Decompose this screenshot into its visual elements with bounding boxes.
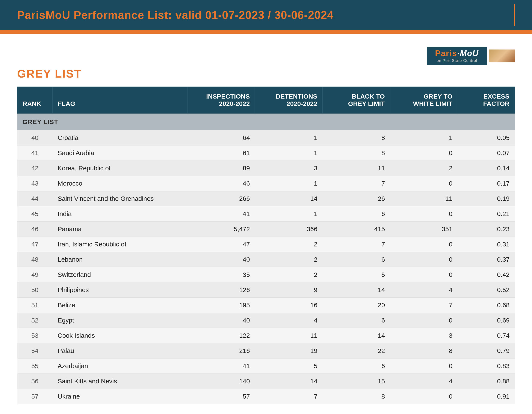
- cell-excess-factor: 0.79: [457, 343, 515, 359]
- cell-rank: 48: [17, 252, 53, 267]
- header-divider: [514, 4, 515, 26]
- cell-excess-factor: 0.42: [457, 267, 515, 282]
- table-row: 47Iran, Islamic Republic of472700.31: [17, 237, 515, 252]
- cell-inspections: 5,472: [188, 221, 255, 237]
- cell-excess-factor: 0.74: [457, 328, 515, 343]
- table-row: 55Azerbaijan415600.83: [17, 359, 515, 374]
- cell-grey-to-white: 0: [390, 252, 457, 267]
- cell-inspections: 64: [188, 130, 255, 146]
- cell-grey-to-white: 0: [390, 146, 457, 161]
- cell-detentions: 16: [255, 298, 323, 313]
- cell-black-to-grey: 11: [323, 161, 390, 176]
- table-header-row: RANK FLAG INSPECTIONS2020-2022 DETENTION…: [17, 87, 515, 114]
- col-header-detentions: DETENTIONS2020-2022: [255, 87, 323, 114]
- cell-inspections: 35: [188, 267, 255, 282]
- cell-excess-factor: 0.88: [457, 374, 515, 389]
- table-row: 40Croatia641810.05: [17, 130, 515, 146]
- cell-inspections: 61: [188, 146, 255, 161]
- header-title: ParisMoU Performance List: valid 01-07-2…: [17, 9, 515, 21]
- main-table: RANK FLAG INSPECTIONS2020-2022 DETENTION…: [17, 87, 515, 404]
- cell-rank: 50: [17, 282, 53, 298]
- cell-detentions: 5: [255, 359, 323, 374]
- cell-inspections: 57: [188, 389, 255, 404]
- cell-detentions: 14: [255, 191, 323, 206]
- table-row: 48Lebanon402600.37: [17, 252, 515, 267]
- cell-flag: Saudi Arabia: [53, 146, 188, 161]
- cell-excess-factor: 0.21: [457, 206, 515, 221]
- table-row: 41Saudi Arabia611800.07: [17, 146, 515, 161]
- cell-flag: Korea, Republic of: [53, 161, 188, 176]
- table-row: 43Morocco461700.17: [17, 176, 515, 191]
- cell-flag: Azerbaijan: [53, 359, 188, 374]
- cell-grey-to-white: 2: [390, 161, 457, 176]
- cell-inspections: 40: [188, 313, 255, 328]
- cell-flag: Morocco: [53, 176, 188, 191]
- cell-flag: India: [53, 206, 188, 221]
- cell-rank: 51: [17, 298, 53, 313]
- header: ParisMoU Performance List: valid 01-07-2…: [0, 0, 532, 30]
- cell-grey-to-white: 4: [390, 374, 457, 389]
- cell-inspections: 216: [188, 343, 255, 359]
- table-row: 45India411600.21: [17, 206, 515, 221]
- cell-detentions: 366: [255, 221, 323, 237]
- cell-rank: 44: [17, 191, 53, 206]
- section-header-row: GREY LIST: [17, 114, 515, 130]
- cell-rank: 53: [17, 328, 53, 343]
- cell-inspections: 122: [188, 328, 255, 343]
- cell-detentions: 14: [255, 374, 323, 389]
- cell-flag: Egypt: [53, 313, 188, 328]
- cell-excess-factor: 0.69: [457, 313, 515, 328]
- cell-detentions: 1: [255, 206, 323, 221]
- cell-excess-factor: 0.68: [457, 298, 515, 313]
- cell-rank: 55: [17, 359, 53, 374]
- cell-rank: 42: [17, 161, 53, 176]
- cell-flag: Philippines: [53, 282, 188, 298]
- cell-grey-to-white: 351: [390, 221, 457, 237]
- cell-black-to-grey: 20: [323, 298, 390, 313]
- logo-subtitle: on Port State Control: [437, 58, 477, 63]
- cell-grey-to-white: 0: [390, 313, 457, 328]
- cell-inspections: 41: [188, 359, 255, 374]
- cell-black-to-grey: 415: [323, 221, 390, 237]
- cell-rank: 49: [17, 267, 53, 282]
- logo-area: Paris·MoU on Port State Control: [17, 47, 515, 65]
- cell-detentions: 7: [255, 389, 323, 404]
- table-row: 53Cook Islands122111430.74: [17, 328, 515, 343]
- cell-flag: Ukraine: [53, 389, 188, 404]
- cell-flag: Croatia: [53, 130, 188, 146]
- cell-detentions: 2: [255, 252, 323, 267]
- cell-grey-to-white: 4: [390, 282, 457, 298]
- cell-detentions: 11: [255, 328, 323, 343]
- cell-grey-to-white: 7: [390, 298, 457, 313]
- cell-inspections: 89: [188, 161, 255, 176]
- cell-inspections: 266: [188, 191, 255, 206]
- cell-black-to-grey: 14: [323, 328, 390, 343]
- cell-inspections: 40: [188, 252, 255, 267]
- cell-black-to-grey: 6: [323, 252, 390, 267]
- orange-bar: [0, 30, 532, 34]
- cell-black-to-grey: 8: [323, 146, 390, 161]
- table-row: 46Panama5,4723664153510.23: [17, 221, 515, 237]
- cell-excess-factor: 0.07: [457, 146, 515, 161]
- cell-rank: 47: [17, 237, 53, 252]
- cell-flag: Belize: [53, 298, 188, 313]
- col-header-excess-factor: EXCESSFACTOR: [457, 87, 515, 114]
- cell-flag: Saint Vincent and the Grenadines: [53, 191, 188, 206]
- cell-excess-factor: 0.17: [457, 176, 515, 191]
- cell-black-to-grey: 5: [323, 267, 390, 282]
- cell-inspections: 140: [188, 374, 255, 389]
- table-row: 42Korea, Republic of8931120.14: [17, 161, 515, 176]
- cell-flag: Palau: [53, 343, 188, 359]
- cell-detentions: 1: [255, 176, 323, 191]
- cell-black-to-grey: 6: [323, 359, 390, 374]
- logo-row: Paris·MoU on Port State Control: [427, 47, 515, 65]
- cell-rank: 46: [17, 221, 53, 237]
- cell-detentions: 1: [255, 146, 323, 161]
- paris-mou-logo: Paris·MoU: [435, 49, 479, 58]
- cell-grey-to-white: 11: [390, 191, 457, 206]
- grey-list-heading: GREY LIST: [17, 67, 515, 80]
- table-row: 57Ukraine577800.91: [17, 389, 515, 404]
- content-area: Paris·MoU on Port State Control GREY LIS…: [0, 34, 532, 414]
- cell-rank: 56: [17, 374, 53, 389]
- cell-rank: 54: [17, 343, 53, 359]
